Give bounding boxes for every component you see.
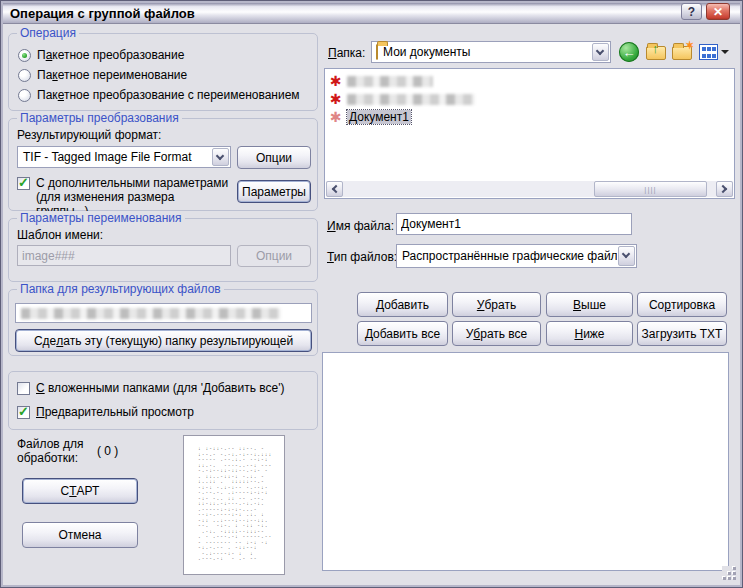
folder-combobox[interactable]: Мои документы [371, 41, 611, 63]
scrollbar-thumb[interactable] [594, 181, 707, 197]
up-folder-icon[interactable]: ↑ [646, 42, 668, 62]
make-current-folder-button[interactable]: Сделать эту (текущую) папку результирующ… [15, 329, 312, 352]
checkbox-icon[interactable] [17, 406, 30, 419]
group-rename-params: Параметры переименования Шаблон имени: О… [8, 218, 318, 282]
group-conversion-params: Параметры преобразования Результирующий … [8, 118, 318, 211]
add-all-button[interactable]: Добавить все [357, 321, 448, 346]
group-flags: С вложенными папками (для 'Добавить все'… [8, 371, 318, 430]
preview-thumbnail: : :-::·.·- ::-·. - :·-.- -.-:.·:-·:.::: … [183, 435, 285, 575]
filetype-combobox[interactable]: Распространённые графические файлы [396, 244, 637, 268]
folder-value: Мои документы [378, 45, 591, 59]
resize-grip[interactable] [722, 566, 738, 582]
cancel-button[interactable]: Отмена [22, 522, 138, 548]
group-operation: Операция Пакетное преобразование Пакетно… [8, 33, 318, 111]
filename-label: Имя файла: [327, 219, 394, 233]
checkbox-label: С вложенными папками (для 'Добавить все'… [36, 381, 284, 395]
checkbox-icon[interactable] [17, 382, 30, 395]
name-template-label: Шаблон имени: [17, 228, 103, 242]
help-button[interactable]: ? [681, 3, 702, 20]
list-item[interactable]: ✱ [328, 72, 433, 90]
format-combobox[interactable]: TIF - Tagged Image File Format [17, 146, 231, 168]
nested-folders-checkbox[interactable]: С вложенными папками (для 'Добавить все'… [17, 381, 284, 395]
scroll-left-button[interactable] [326, 181, 343, 197]
list-item[interactable]: ✱ [328, 90, 475, 108]
radio-batch-rename[interactable]: Пакетное переименование [18, 68, 187, 82]
horizontal-scrollbar[interactable] [326, 181, 733, 197]
folder-icon [376, 45, 378, 59]
new-folder-icon[interactable]: ✶ [672, 42, 696, 62]
remove-button[interactable]: Убрать [452, 292, 541, 317]
add-button[interactable]: Добавить [357, 292, 448, 317]
group-result-folder-caption: Папка для результирующих файлов [17, 282, 224, 296]
scroll-right-button[interactable] [716, 181, 733, 197]
dialog-window: Операция с группой файлов ? ✕ Операция П… [0, 0, 743, 588]
filename-input[interactable] [396, 213, 632, 235]
file-name: Документ1 [347, 110, 411, 124]
chevron-down-icon[interactable] [592, 43, 609, 61]
list-item-selected[interactable]: ✱ Документ1 [328, 108, 411, 126]
title-bar[interactable]: Операция с группой файлов [3, 3, 740, 24]
redacted-path [21, 308, 281, 319]
close-icon: ✕ [713, 5, 723, 19]
remove-all-button[interactable]: Убрать все [452, 321, 541, 346]
checkbox-label: Предварительный просмотр [36, 405, 194, 419]
radio-icon[interactable] [18, 49, 31, 62]
radio-label: Пакетное преобразование с переименование… [37, 88, 300, 102]
extra-params-button[interactable]: Параметры [237, 180, 311, 203]
group-conversion-caption: Параметры преобразования [17, 111, 182, 125]
file-list[interactable]: ✱ ✱ ✱ Документ1 [324, 68, 735, 199]
radio-batch-conversion[interactable]: Пакетное преобразование [18, 48, 184, 62]
radio-icon[interactable] [18, 69, 31, 82]
window-title: Операция с группой файлов [10, 6, 195, 21]
checkbox-icon[interactable] [17, 177, 30, 190]
load-txt-button[interactable]: Загрузить TXT [637, 321, 727, 346]
views-icon[interactable] [699, 44, 729, 60]
format-value: TIF - Tagged Image File Format [18, 150, 211, 164]
format-options-button[interactable]: Опции [237, 146, 311, 169]
files-count-value: ( 0 ) [97, 444, 118, 458]
move-down-button[interactable]: Ниже [546, 321, 633, 346]
name-template-input [17, 245, 231, 266]
preview-checkbox[interactable]: Предварительный просмотр [17, 405, 194, 419]
group-operation-caption: Операция [17, 26, 79, 40]
preview-noise: : :-::·.·- ::-·. - :·-.- -.-:.·:-·:.::: … [184, 436, 284, 562]
move-up-button[interactable]: Выше [546, 292, 633, 317]
filetype-value: Распространённые графические файлы [397, 249, 617, 263]
chevron-down-icon[interactable] [212, 148, 229, 166]
radio-batch-conversion-rename[interactable]: Пакетное преобразование с переименование… [18, 88, 300, 102]
group-result-folder: Папка для результирующих файлов Сделать … [8, 289, 318, 356]
start-button[interactable]: СТАРТ [22, 478, 138, 504]
radio-icon[interactable] [18, 89, 31, 102]
queue-list[interactable] [322, 352, 729, 571]
format-label: Результирующий формат: [17, 128, 161, 142]
radio-label: Пакетное переименование [37, 68, 187, 82]
redacted-filename [347, 94, 475, 105]
folder-label: Папка: [328, 46, 365, 60]
redacted-filename [347, 76, 433, 87]
sort-button[interactable]: Сортировка [637, 292, 727, 317]
close-button[interactable]: ✕ [706, 3, 730, 20]
group-rename-caption: Параметры переименования [17, 211, 185, 225]
image-file-icon: ✱ [328, 92, 343, 107]
chevron-down-icon[interactable] [721, 50, 729, 54]
image-file-icon: ✱ [328, 110, 343, 125]
filetype-label: Тип файлов: [327, 250, 397, 264]
rename-options-button: Опции [237, 245, 311, 267]
chevron-down-icon[interactable] [618, 246, 635, 266]
radio-label: Пакетное преобразование [37, 48, 184, 62]
image-file-icon: ✱ [328, 74, 343, 89]
files-count-label: Файлов для обработки: [17, 437, 84, 465]
result-folder-path [15, 303, 312, 323]
back-icon[interactable]: ← [619, 42, 639, 62]
